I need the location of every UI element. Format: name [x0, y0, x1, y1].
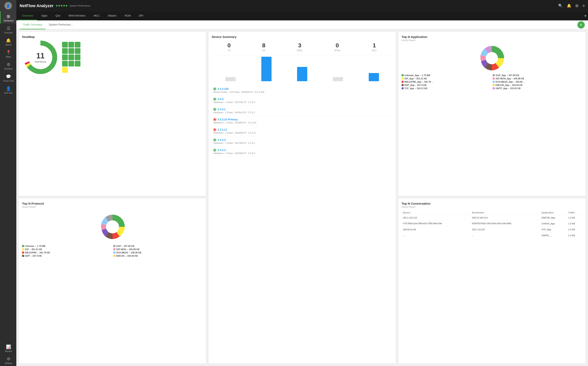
table-row: 192.1.210.112 168.23.184.214 EMCON_App 1… [402, 215, 582, 221]
legend-item: DCN-MEAS -- 338.08 KB [113, 251, 203, 254]
more-tabs-button[interactable]: ▾ [585, 14, 586, 18]
svg-point-3 [486, 52, 498, 64]
maps-icon: 📍 [6, 50, 11, 55]
device-name[interactable]: 3.3.3.10 Primary [213, 118, 391, 121]
tab-wan[interactable]: WAN Monitors [64, 11, 90, 20]
chart-bar [261, 57, 271, 81]
sidebar-item-groupchat[interactable]: 💬 Group Chat [0, 72, 16, 84]
cell-source: 168.58.24.48 [402, 227, 471, 233]
legend-item: Unknown -- 1.79 MB [22, 245, 112, 247]
sidebar-item-label: Settings [5, 362, 12, 364]
list-item: 3.3.3.11 Interfaces : 1 Flows : 5426260 … [212, 126, 392, 136]
stat-wlc: 1 WLC [372, 42, 377, 52]
stat-value: 0 [334, 42, 340, 49]
device-name[interactable]: 3.3.3.150 [213, 87, 391, 90]
heatmap-cell [75, 48, 80, 54]
heatmap-grid [62, 42, 80, 73]
legend-label: DCN-MEAS_App -- 338.08 ... [495, 81, 525, 83]
tab-apps[interactable]: Apps [37, 11, 51, 20]
donut-chart: 11 Interfaces [22, 39, 59, 76]
cell-dest: 168.23.184.214 [471, 215, 541, 221]
device-name[interactable]: 3.3.3. [213, 98, 391, 101]
chart-bar [369, 73, 379, 81]
sidebar-item-maps[interactable]: 📍 Maps [0, 47, 16, 60]
legend-color [402, 84, 404, 86]
sidebar-item-settings[interactable]: ⚙ Settings [0, 354, 16, 366]
grid-icon[interactable]: ⊞ [575, 3, 578, 8]
reports-icon: 📊 [6, 344, 11, 349]
legend-color [402, 77, 404, 80]
tab-overview[interactable]: Overview [18, 11, 37, 20]
tab-qos[interactable]: Qos [51, 11, 64, 20]
chart-bar [297, 67, 307, 81]
device-stats: 0 V5 8 V9 3 NSEL 0 SFlow 1 WLC [212, 39, 392, 55]
device-name[interactable]: 3.3.3.3 [213, 149, 391, 152]
col-app: Application [540, 211, 567, 215]
sidebar-item-reports[interactable]: 📊 Reports [0, 342, 16, 354]
list-item: 3.3.3. Interfaces : 1 Flows : 5427261 IP… [212, 95, 392, 106]
topbar-icons: 🔍 🔔 ⊞ ≡ [558, 3, 585, 8]
sidebar-item-enduser[interactable]: 👤 End User [0, 84, 16, 96]
legend-item: IGP_App -- 351.01 KB [402, 77, 491, 80]
sidebar-item-dashboard[interactable]: ⊞ Dashboard [0, 11, 16, 23]
legend-label: DDP_App -- 337.9 KB [404, 84, 426, 86]
sidebar-item-label: Group Chat [3, 80, 14, 82]
cell-source: ... [402, 233, 471, 238]
legend-color [493, 84, 495, 86]
legend-label: Unknown_App -- 1.79 MB [404, 74, 430, 76]
notifications-icon[interactable]: 🔔 [567, 3, 571, 8]
heatmap-cell [68, 54, 74, 60]
subtab-system[interactable]: System Performan... [46, 20, 76, 29]
device-meta: Interfaces : 1 Flows : 5427261 IP : 3.3.… [213, 101, 391, 103]
app-pie-chart [402, 44, 582, 72]
protocol-body: Unknown -- 1.79 MB GGP -- 357.68 KB IGP … [22, 211, 203, 257]
device-name[interactable]: 3.3.3.1 [213, 108, 391, 111]
legend-label: Unknown -- 1.79 MB [25, 245, 45, 247]
cell-app: XTP_App [540, 227, 567, 233]
avatar[interactable]: 👤 [5, 2, 12, 9]
status-dot [58, 5, 60, 7]
stat-value: 8 [262, 42, 265, 49]
tab-wlc[interactable]: WLC [90, 11, 104, 20]
legend-item: GMTP_App -- 333.81 KB [493, 87, 582, 90]
donut-label: 11 Interfaces [34, 52, 46, 63]
sidebar-item-inventory[interactable]: ☰ Inventory [0, 23, 16, 36]
chart-bar [333, 77, 343, 81]
topbar: NetFlow Analyzer System Performance 🔍 🔔 … [16, 0, 588, 11]
tab-attacks[interactable]: Attacks [104, 11, 121, 20]
menu-icon[interactable]: ≡ [582, 4, 585, 8]
device-status-indicator [213, 128, 216, 131]
stat-sflow: 0 SFlow [334, 42, 340, 52]
stat-label: V5 [227, 49, 231, 52]
tab-dpi[interactable]: DPI [135, 11, 147, 20]
sidebar-item-alarms[interactable]: 🔔 Alarms [0, 36, 16, 47]
sub-nav: Traffic Summary System Performan... + [16, 20, 588, 29]
sidebar-item-workflow[interactable]: ⚙ Workflow [0, 60, 16, 72]
stat-value: 3 [297, 42, 303, 49]
tab-ncm[interactable]: NCM [121, 11, 135, 20]
cell-app: CHAOS_App [540, 221, 567, 227]
col-source[interactable]: Source [402, 211, 471, 215]
heatmap-cell [62, 42, 68, 47]
legend-label: EMCON -- 334.66 KB [116, 255, 138, 257]
legend-label: WB-EXPAK_App -- 342.78 ... [404, 81, 433, 83]
device-status-indicator [213, 88, 216, 90]
legend-label: GGP -- 357.68 KB [116, 245, 134, 247]
legend-label: IGP_App -- 351.01 KB [404, 77, 427, 80]
subtab-traffic[interactable]: Traffic Summary [20, 20, 46, 29]
legend-color [113, 245, 115, 247]
search-icon[interactable]: 🔍 [558, 3, 563, 8]
app-legend: Unknown_App -- 1.79 MB GGP_App -- 357.68… [402, 74, 582, 90]
add-tab-button[interactable]: + [577, 21, 585, 29]
device-name[interactable]: 3.3.3.11 [213, 128, 391, 131]
table-row: ... ... SWIPE_... 1.0 KB [402, 233, 582, 238]
nav-tabs: Overview Apps Qos WAN Monitors WLC Attac… [16, 11, 588, 20]
stat-v9: 8 V9 [262, 42, 265, 52]
device-meta: Interfaces : 1 Flows : 5439142 IP : 3.3.… [213, 111, 391, 114]
table-row: e732:68a3:a1ee:30bf:ed1b:7090:2b6e:b3fa … [402, 221, 582, 227]
legend-color [113, 255, 115, 257]
legend-item: EMCON -- 334.66 KB [113, 255, 203, 257]
device-list: 3.3.3.150 Access Points : 115 Flows : 54… [212, 84, 392, 158]
list-item: 3.3.3.150 Access Points : 115 Flows : 54… [212, 85, 392, 95]
device-name[interactable]: 3.3.3.2 [213, 138, 391, 141]
